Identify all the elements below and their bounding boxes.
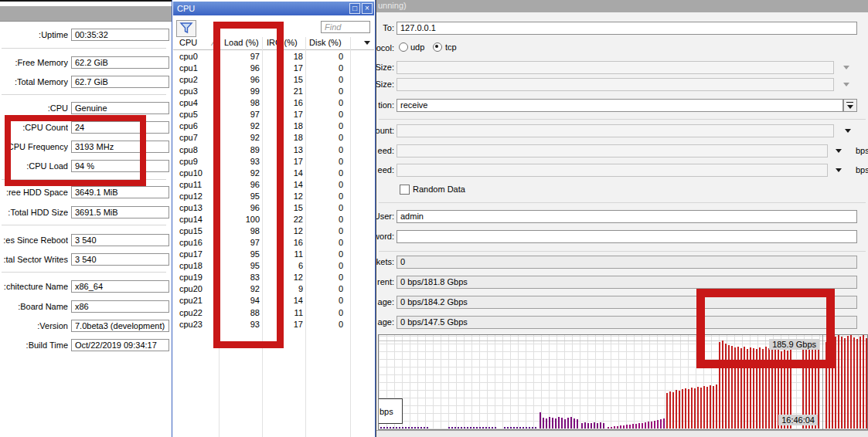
filter-button[interactable] bbox=[176, 20, 196, 37]
direction-label: tion: bbox=[378, 100, 394, 110]
column-header-disk[interactable]: Disk (%) bbox=[309, 38, 342, 47]
graph-bar bbox=[555, 418, 557, 429]
cell-disk: 0 bbox=[307, 120, 343, 132]
graph-bar bbox=[847, 336, 849, 429]
graph-bar bbox=[467, 427, 468, 429]
radio-udp[interactable] bbox=[399, 42, 408, 52]
tx-rx-current-value: 0 bps/181.8 Gbps bbox=[397, 276, 857, 289]
field-value-box: Genuine bbox=[71, 102, 169, 114]
top-edge-line bbox=[0, 0, 172, 2]
local-tx-speed-label: eed: bbox=[378, 146, 394, 155]
graph-bar bbox=[645, 422, 646, 429]
test-to-input[interactable]: 127.0.0.1 bbox=[397, 22, 857, 35]
field-label: ree HDD Space: bbox=[0, 188, 68, 197]
field-label: Version: bbox=[0, 321, 68, 330]
radio-tcp[interactable] bbox=[433, 42, 442, 52]
annotation-rect-cpu-info bbox=[5, 115, 146, 186]
column-select-dropdown-icon[interactable] bbox=[364, 41, 370, 45]
field-value-box: Oct/22/2019 09:34:17 bbox=[71, 339, 169, 351]
graph-bar bbox=[396, 427, 397, 429]
bandwidth-test-titlebar[interactable]: unning) bbox=[376, 0, 868, 12]
dropdown-button[interactable] bbox=[843, 99, 857, 112]
field-label: es Since Reboot: bbox=[0, 235, 68, 245]
winbox-screen: { "system_resources": { "fields": [ {"la… bbox=[0, 0, 868, 437]
radio-udp-label[interactable]: udp bbox=[410, 42, 424, 52]
graph-bar bbox=[856, 339, 858, 429]
divider bbox=[379, 251, 866, 252]
system-resources-titlebar[interactable] bbox=[0, 6, 172, 22]
graph-bar bbox=[620, 425, 621, 429]
chevron-down-icon bbox=[845, 129, 851, 133]
cell-disk: 0 bbox=[307, 63, 343, 74]
graph-bar bbox=[835, 337, 836, 429]
cell-name: cpu5 bbox=[179, 109, 218, 120]
divider bbox=[2, 225, 166, 225]
lost-packets-value: 0 bbox=[397, 256, 857, 269]
cell-disk: 0 bbox=[307, 260, 343, 272]
cell-disk: 0 bbox=[307, 295, 343, 307]
graph-bar bbox=[694, 388, 696, 429]
graph-bar bbox=[841, 337, 842, 429]
resource-field-row: es Since Reboot:3 540 bbox=[0, 234, 172, 247]
graph-bar bbox=[386, 427, 388, 429]
protocol-row: ocol: udp tcp bbox=[376, 42, 868, 56]
random-data-checkbox[interactable] bbox=[400, 185, 410, 195]
graph-bar bbox=[706, 387, 708, 429]
tx-rx-current-label: rent: bbox=[377, 277, 394, 286]
radio-tcp-label[interactable]: tcp bbox=[445, 42, 457, 52]
cell-name: cpu23 bbox=[179, 319, 218, 330]
remote-tx-speed-row: eed: bps bbox=[376, 164, 868, 178]
find-input[interactable]: Find bbox=[321, 21, 370, 33]
graph-bar bbox=[535, 427, 536, 429]
graph-bar bbox=[424, 427, 425, 429]
graph-bar bbox=[654, 421, 655, 429]
graph-bar bbox=[577, 419, 578, 429]
local-tx-speed-input bbox=[397, 144, 828, 158]
field-value-box: 62.7 GiB bbox=[71, 76, 169, 88]
field-label: Free Memory: bbox=[0, 58, 68, 67]
test-to-label: To: bbox=[383, 23, 394, 32]
resource-field-row: Free Memory:62.2 GiB bbox=[0, 56, 172, 69]
random-data-label[interactable]: Random Data bbox=[413, 185, 465, 194]
graph-bar bbox=[574, 418, 575, 429]
graph-bar bbox=[629, 425, 631, 429]
field-label: chitecture Name: bbox=[0, 282, 68, 291]
cell-disk: 0 bbox=[307, 132, 343, 144]
local-tx-size-input bbox=[397, 61, 834, 74]
resource-field-row: Board Name:x86 bbox=[0, 300, 172, 313]
column-header-cpu[interactable]: CPU bbox=[179, 38, 197, 47]
cell-name: cpu18 bbox=[179, 260, 218, 272]
connection-count-input bbox=[397, 124, 834, 137]
user-label: User: bbox=[376, 212, 394, 221]
cell-name: cpu1 bbox=[179, 63, 218, 74]
field-value-box: 7.0beta3 (development) bbox=[71, 320, 169, 332]
cell-disk: 0 bbox=[307, 319, 343, 330]
graph-bar bbox=[411, 427, 413, 429]
close-icon[interactable]: × bbox=[362, 3, 373, 14]
dropdown-bar-icon bbox=[846, 102, 853, 103]
cell-name: cpu16 bbox=[179, 237, 218, 249]
graph-bar bbox=[427, 427, 428, 429]
graph-bar bbox=[504, 427, 505, 429]
graph-bar bbox=[638, 423, 640, 429]
graph-bar bbox=[448, 427, 450, 429]
restore-window-icon[interactable]: □ bbox=[349, 3, 360, 14]
remote-tx-speed-input bbox=[397, 164, 828, 177]
graph-bar bbox=[543, 418, 544, 429]
direction-select[interactable]: receive bbox=[397, 99, 843, 112]
graph-bar bbox=[529, 427, 530, 429]
field-value-box: x86 bbox=[71, 300, 169, 313]
graph-bar bbox=[651, 422, 652, 429]
funnel-filter-icon bbox=[177, 22, 196, 34]
graph-bar bbox=[617, 426, 618, 429]
graph-bar bbox=[716, 384, 717, 429]
cell-disk: 0 bbox=[307, 51, 343, 63]
password-input[interactable] bbox=[397, 230, 857, 243]
user-input[interactable]: admin bbox=[397, 210, 857, 223]
graph-bar bbox=[482, 427, 484, 429]
graph-bar bbox=[688, 389, 689, 429]
graph-bar bbox=[492, 427, 493, 429]
resource-field-row: chitecture Name:x86_64 bbox=[0, 280, 172, 293]
cell-name: cpu12 bbox=[179, 191, 218, 202]
cpu-window-titlebar[interactable]: CPU □ × bbox=[173, 2, 374, 15]
